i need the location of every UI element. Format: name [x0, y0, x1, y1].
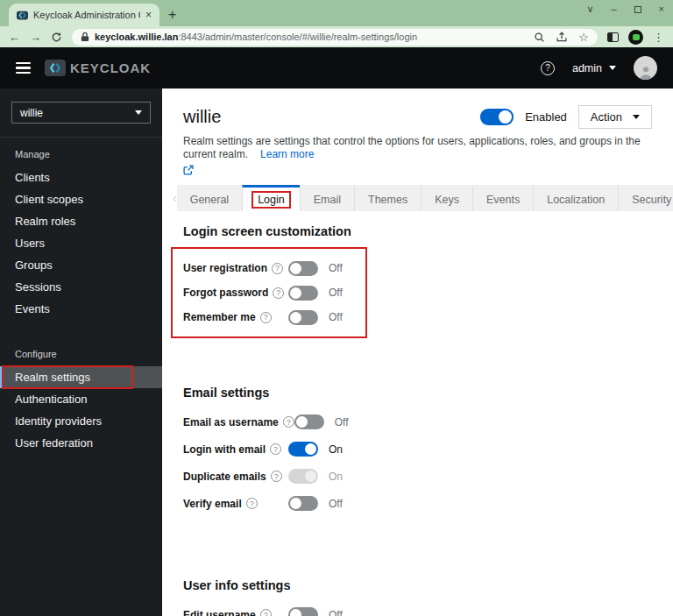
help-question-icon[interactable]: ?: [273, 287, 284, 299]
forward-icon[interactable]: →: [30, 32, 41, 43]
toggle-state-label: Off: [329, 498, 343, 510]
section-email-settings: Email settingsEmail as username?OffLogin…: [183, 386, 652, 517]
sidebar-item-client-scopes[interactable]: Client scopes: [0, 188, 162, 210]
learn-more-link[interactable]: Learn more: [260, 148, 314, 160]
toggle-state-label: Off: [329, 609, 343, 616]
forgot-password-toggle[interactable]: [288, 286, 318, 301]
tab-keys[interactable]: Keys: [421, 185, 472, 211]
enabled-label: Enabled: [525, 110, 567, 124]
extension-avatar-icon[interactable]: [628, 30, 643, 45]
help-question-icon[interactable]: ?: [260, 312, 272, 323]
sidebar-item-user-federation[interactable]: User federation: [0, 432, 162, 454]
toggle-state-label: Off: [329, 262, 343, 274]
setting-row-edit-username: Edit username?Off: [183, 601, 652, 616]
browser-tab-title: Keycloak Administration Console: [33, 10, 140, 20]
bookmark-star-icon[interactable]: ☆: [578, 32, 589, 43]
browser-toolbar: ← → keycloak.willie.lan:8443/admin/maste…: [0, 26, 673, 47]
url-bar[interactable]: keycloak.willie.lan:8443/admin/master/co…: [72, 29, 598, 46]
action-dropdown-button[interactable]: Action: [578, 105, 652, 129]
tab-login[interactable]: Login: [242, 185, 300, 211]
help-icon[interactable]: ?: [541, 61, 555, 75]
setting-label: User registration: [183, 262, 267, 274]
new-tab-button[interactable]: +: [168, 8, 176, 22]
chevron-down-icon: [135, 110, 142, 115]
user-menu[interactable]: admin: [572, 62, 616, 74]
help-question-icon[interactable]: ?: [270, 443, 281, 455]
toggle-rows: Edit username?Off: [183, 601, 652, 616]
toggle-state-label: On: [329, 443, 343, 456]
description-text: Realm settings are settings that control…: [183, 135, 641, 160]
verify-email-toggle[interactable]: [288, 496, 318, 511]
realm-selector[interactable]: willie: [11, 102, 151, 124]
setting-row-verify-email: Verify email?Off: [183, 490, 652, 517]
setting-row-login-with-email: Login with email?On: [183, 435, 652, 463]
toggle-state-label: Off: [335, 416, 349, 428]
tab-events[interactable]: Events: [472, 185, 533, 211]
toggle-state-label: On: [329, 471, 343, 483]
tab-bar: ‹ GeneralLoginEmailThemesKeysEventsLocal…: [162, 185, 673, 211]
help-question-icon[interactable]: ?: [283, 416, 294, 428]
edit-username-toggle[interactable]: [288, 607, 318, 616]
realm-enabled-toggle[interactable]: [480, 109, 514, 125]
hamburger-menu-icon[interactable]: [16, 62, 31, 74]
avatar[interactable]: [634, 56, 657, 80]
screen: Keycloak Administration Console × + ∨ – …: [0, 0, 673, 616]
sidebar-item-authentication[interactable]: Authentication: [0, 388, 162, 410]
chevron-down-icon: [609, 66, 616, 70]
realm-name: willie: [20, 107, 43, 119]
setting-label-wrap: Email as username?: [183, 416, 294, 428]
tab-email[interactable]: Email: [300, 185, 354, 211]
url-domain: keycloak.willie.lan: [95, 32, 178, 42]
help-question-icon[interactable]: ?: [260, 609, 272, 616]
search-icon[interactable]: [534, 32, 545, 43]
refresh-icon[interactable]: [51, 32, 62, 43]
keycloak-brand[interactable]: KEYCLOAK: [45, 60, 151, 76]
tab-list: GeneralLoginEmailThemesKeysEventsLocaliz…: [177, 185, 673, 211]
tab-themes[interactable]: Themes: [354, 185, 421, 211]
window-maximize-icon[interactable]: [634, 6, 641, 13]
sidebar-item-identity-providers[interactable]: Identity providers: [0, 410, 162, 432]
window-minimize-icon[interactable]: –: [611, 4, 616, 14]
sidebar-item-groups[interactable]: Groups: [0, 254, 162, 276]
omnibox-icons: ☆: [534, 32, 589, 43]
window-controls: ∨ – ×: [586, 4, 664, 14]
tab-general[interactable]: General: [177, 185, 242, 211]
email-as-username-toggle[interactable]: [294, 414, 324, 429]
window-chevron-icon[interactable]: ∨: [586, 4, 593, 14]
help-question-icon[interactable]: ?: [246, 498, 258, 509]
setting-label: Login with email: [183, 443, 266, 456]
sidebar-item-realm-settings[interactable]: Realm settings: [0, 366, 162, 388]
toggle-state-label: Off: [329, 287, 343, 299]
browser-menu-icon[interactable]: ⋮: [653, 31, 664, 44]
browser-tab[interactable]: Keycloak Administration Console ×: [9, 4, 159, 26]
setting-label-wrap: Remember me?: [183, 311, 288, 323]
annotation-box: User registration?OffForgot password?Off…: [171, 247, 367, 338]
help-question-icon[interactable]: ?: [271, 471, 282, 482]
annotation-box: Login: [251, 191, 291, 209]
chevron-down-icon: [633, 115, 640, 119]
sidebar-item-users[interactable]: Users: [0, 232, 162, 254]
external-link-icon[interactable]: [183, 165, 194, 175]
help-question-icon[interactable]: ?: [272, 263, 283, 274]
side-panel-icon[interactable]: [607, 32, 619, 42]
section-heading: Email settings: [183, 386, 652, 400]
brand-name: KEYCLOAK: [70, 60, 151, 75]
tab-close-icon[interactable]: ×: [145, 9, 152, 21]
url-path: :8443/admin/master/console/#/willie/real…: [178, 32, 417, 42]
setting-label: Forgot password: [183, 287, 268, 299]
duplicate-emails-toggle: [288, 469, 318, 484]
tab-security-defenses[interactable]: Security defenses: [618, 185, 673, 211]
window-close-icon[interactable]: ×: [659, 4, 664, 14]
sidebar-item-events[interactable]: Events: [0, 298, 162, 320]
back-icon[interactable]: ←: [9, 32, 20, 43]
user-registration-toggle[interactable]: [288, 261, 318, 276]
sidebar-item-clients[interactable]: Clients: [0, 166, 162, 188]
share-icon[interactable]: [556, 32, 568, 43]
sidebar-item-realm-roles[interactable]: Realm roles: [0, 210, 162, 232]
keycloak-logo-icon: [45, 60, 66, 76]
padlock-icon[interactable]: [81, 32, 89, 42]
remember-me-toggle[interactable]: [288, 310, 318, 325]
tab-localization[interactable]: Localization: [533, 185, 618, 211]
login-with-email-toggle[interactable]: [288, 442, 318, 457]
sidebar-item-sessions[interactable]: Sessions: [0, 276, 162, 298]
